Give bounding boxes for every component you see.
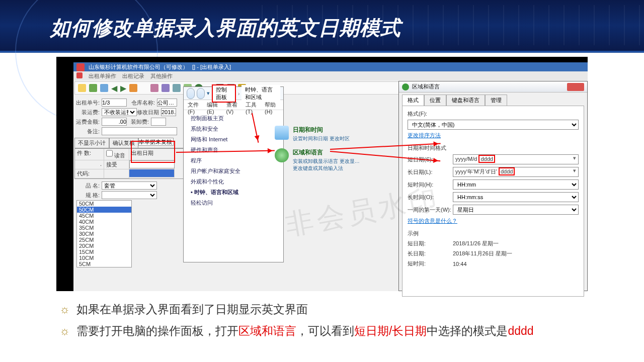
note-input[interactable]: [102, 127, 177, 135]
tab[interactable]: 确认复核: [109, 138, 138, 148]
lbl: 出租单号:: [74, 99, 102, 107]
explorer-nav-item[interactable]: 轻松访问: [191, 198, 276, 208]
tab[interactable]: 不显示小计: [74, 138, 109, 148]
dddd-highlight: dddd: [499, 167, 515, 175]
lbl: 短时间(H):: [408, 181, 453, 189]
lbl: 长时间(O):: [408, 194, 453, 201]
example-value: 10:44: [453, 261, 467, 267]
size-list[interactable]: 50CM50CM45CM40CM35CM30CM25CM20CM15CM10CM…: [76, 200, 132, 267]
explorer-nav-item[interactable]: 系统和安全: [191, 124, 276, 134]
lbl: 格式(F):: [408, 110, 579, 118]
item-sub[interactable]: 安装或卸载显示语言: [293, 158, 338, 164]
example-value: 2018/11/26 星期一: [453, 240, 499, 247]
fee-select[interactable]: 不收装运费: [102, 108, 137, 116]
size-option[interactable]: 5CM: [77, 261, 131, 267]
size-option[interactable]: 10CM: [77, 255, 131, 261]
explorer-nav-item[interactable]: 外观和个性化: [191, 176, 276, 187]
symbol-help-link[interactable]: 符号的含意是什么？: [408, 218, 457, 224]
sort-link[interactable]: 更改排序方法: [408, 132, 441, 138]
item-datetime[interactable]: 日期和时间设置时间和日期 更改时区: [275, 123, 385, 145]
globe-icon: [402, 83, 409, 90]
date-cell[interactable]: [129, 160, 175, 168]
item-sub[interactable]: 更改显…: [340, 158, 360, 164]
item-title: 日期和时间: [293, 126, 350, 134]
example-value: 2018年11月26日 星期一: [453, 250, 512, 257]
slide-header: 如何修改单据录入界面的英文日期模式: [0, 0, 644, 53]
size-option[interactable]: 50CM: [77, 207, 131, 213]
item-sub[interactable]: 更改键盘或其他输入法: [293, 165, 360, 172]
explorer-sidebar: 控制面板主页系统和安全网络和 Internet硬件和声音程序用户帐户和家庭安全外…: [184, 110, 283, 211]
bullet-list: 如果在单据录入界面看到了日期显示英文界面 需要打开电脑的操作面板，打开区域和语言…: [56, 297, 614, 343]
tab-format[interactable]: 格式: [402, 95, 424, 106]
size-option[interactable]: 50CM: [77, 201, 131, 207]
tb-icon[interactable]: [89, 84, 97, 92]
lbl: 一周的第一天(W):: [408, 206, 453, 214]
explorer-nav-item[interactable]: 控制面板主页: [191, 113, 276, 124]
first-day-select[interactable]: 星期日: [453, 205, 579, 215]
col-hdr: 件 数:: [75, 149, 104, 160]
tab-keyboard[interactable]: 键盘和语言: [446, 95, 485, 106]
explorer-nav-item[interactable]: • 时钟、语言和区域: [191, 187, 276, 198]
short-time-select[interactable]: HH:mm: [453, 179, 579, 190]
explorer-nav-item[interactable]: 网络和 Internet: [191, 134, 276, 145]
menu-item[interactable]: 出租单操作: [89, 72, 116, 79]
size-option[interactable]: 25CM: [77, 237, 131, 243]
tab-admin[interactable]: 管理: [485, 95, 507, 106]
slide-title: 如何修改单据录入界面的英文日期模式: [50, 14, 401, 42]
size-option[interactable]: 40CM: [77, 219, 131, 225]
menu-item[interactable]: 查看(V): [226, 101, 241, 109]
long-date-select[interactable]: yyyy'年'M'月'd'日' dddd▾: [453, 167, 579, 177]
lbl: 装卸费:: [127, 118, 151, 126]
menu-item[interactable]: 编辑(E): [207, 101, 221, 109]
lbl: 长日期(L):: [408, 168, 453, 176]
size-option[interactable]: 30CM: [77, 231, 131, 237]
breadcrumb-clock[interactable]: 时钟、语言和区域: [242, 85, 280, 102]
explorer-window: ▾ 控制面板 › 时钟、语言和区域 文件(F) 编辑(E) 查看(V) 工具(T…: [183, 86, 284, 262]
menu-item[interactable]: 其他操作: [150, 72, 173, 79]
explorer-nav-item[interactable]: 用户帐户和家庭安全: [191, 166, 276, 176]
spec-select[interactable]: [102, 191, 157, 199]
tb-icon[interactable]: [100, 84, 108, 92]
tb-icon[interactable]: [162, 84, 170, 92]
size-option[interactable]: 45CM: [77, 213, 131, 219]
menu-item[interactable]: 出租记录: [122, 72, 144, 79]
menu-item[interactable]: 文件(F): [188, 101, 202, 109]
bullet-item: 需要打开电脑的操作面板，打开区域和语言，可以看到短日期/长日期中选择的模式是dd…: [56, 322, 614, 340]
load-input[interactable]: [151, 118, 166, 126]
tb-icon[interactable]: [173, 84, 181, 92]
mod-date[interactable]: [161, 108, 176, 116]
lbl: 备注:: [74, 128, 102, 135]
screenshot-region: 山东银杉计算机软件有限公司（可修改） [] - [出租单录入] 出租单操作 出租…: [56, 57, 588, 291]
tb-icon[interactable]: [150, 84, 158, 92]
read-check[interactable]: [106, 149, 113, 157]
tb-icon[interactable]: [78, 84, 86, 92]
amt-input[interactable]: [102, 118, 127, 126]
nav-fwd-button[interactable]: [197, 88, 205, 99]
menu-item[interactable]: 帮助(H): [265, 101, 279, 109]
wh-input[interactable]: [157, 99, 177, 107]
size-option[interactable]: 35CM: [77, 225, 131, 231]
long-time-select[interactable]: HH:mm:ss: [453, 192, 579, 202]
lbl: 规 格:: [74, 192, 102, 199]
out-no-input[interactable]: [102, 99, 127, 107]
tab-location[interactable]: 位置: [424, 95, 446, 106]
lbl: 代码:: [75, 169, 104, 178]
nav-back-button[interactable]: [187, 88, 195, 99]
menu-item[interactable]: 工具(T): [246, 101, 260, 109]
lbl: 修改日期: [137, 109, 161, 116]
size-option[interactable]: 20CM: [77, 243, 131, 249]
region-language-dialog: 区域和语言 格式 位置 键盘和语言 管理 格式(F): 中文(简体，中国) 更改…: [398, 81, 588, 291]
app-title-text: 山东银杉计算机软件有限公司（可修改）: [89, 63, 188, 70]
explorer-nav-item[interactable]: 程序: [191, 155, 276, 166]
format-select[interactable]: 中文(简体，中国): [408, 120, 579, 130]
close-icon[interactable]: [567, 83, 584, 91]
short-date-select[interactable]: yyyy/M/d dddd▾: [453, 154, 579, 164]
breadcrumb-control-panel[interactable]: 控制面板: [212, 84, 235, 103]
size-option[interactable]: 15CM: [77, 249, 131, 255]
example-header: 示例: [408, 230, 579, 237]
tb-icon[interactable]: [129, 84, 137, 92]
item-sub[interactable]: 设置时间和日期 更改时区: [293, 135, 350, 142]
app-subtitle: [] - [出租单录入]: [192, 63, 231, 70]
name-select[interactable]: 套管: [102, 182, 157, 190]
form-panel: 出租单号:仓库名称: 装运费:不收装运费修改日期 运费金额:装卸费: 备注: 不…: [73, 96, 187, 269]
